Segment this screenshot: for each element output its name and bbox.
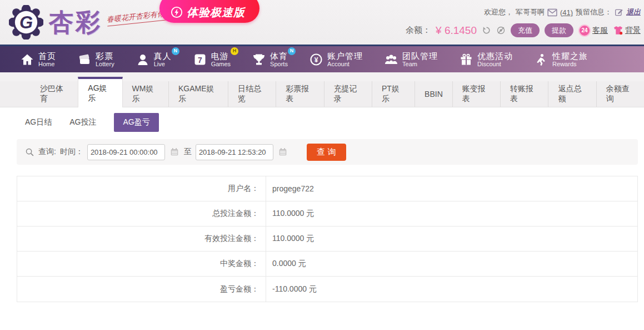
- calendar-icon[interactable]: [170, 147, 179, 156]
- balance-value: ¥ 6.1450: [436, 24, 477, 37]
- to-word: 至: [184, 147, 192, 157]
- tab-kgame[interactable]: KGAME娱乐: [168, 81, 228, 107]
- tab-balance-query[interactable]: 余额查询: [596, 81, 644, 107]
- mail-count[interactable]: (41): [560, 8, 573, 17]
- ticket-icon: [77, 52, 92, 67]
- nav-home-label: 首页: [38, 51, 56, 61]
- tab-daily-summary[interactable]: 日结总览: [228, 81, 276, 107]
- nav-live-label: 真人: [154, 51, 172, 61]
- subtab-ag-bets[interactable]: AG投注: [69, 117, 96, 127]
- tab-shaba-sports[interactable]: 沙巴体育: [31, 81, 78, 107]
- nav-home[interactable]: 首页Home: [20, 46, 56, 72]
- gift-icon: [459, 52, 473, 67]
- row-value: progege722: [266, 176, 637, 201]
- promo-badge[interactable]: 体验极速版: [159, 0, 259, 23]
- nav-team[interactable]: 团队管理Team: [384, 46, 438, 72]
- nav-lottery[interactable]: 彩票Lottery: [77, 46, 114, 72]
- tab-band: 沙巴体育 AG娱乐 WM娱乐 KGAME娱乐 日结总览 彩票报表 充提记录 PT…: [0, 72, 644, 107]
- withdraw-button[interactable]: 提款: [545, 23, 573, 37]
- service-24h-icon: 24: [578, 24, 591, 37]
- nav-sports-sublabel: Sports: [270, 61, 288, 68]
- nav-sports-label: 体育: [270, 51, 288, 61]
- hot-badge: H: [231, 47, 238, 55]
- nav-rewards[interactable]: 性耀之旅Rewards: [534, 46, 588, 72]
- background-label: 背景: [625, 26, 641, 36]
- promo-badge-label: 体验极速版: [187, 5, 245, 20]
- tab-account-change-report[interactable]: 账变报表: [452, 81, 500, 107]
- nav-discount-sublabel: Discount: [477, 61, 513, 68]
- table-row-winnings: 中奖金额： 0.0000 元: [17, 252, 637, 277]
- nav-live[interactable]: 真人Live N: [136, 46, 172, 72]
- query-bar: 查询: 时间： 至 查 询: [17, 139, 638, 165]
- time-label: 时间：: [60, 147, 83, 157]
- mail-icon[interactable]: [547, 8, 557, 17]
- nav-rewards-label: 性耀之旅: [552, 51, 588, 61]
- svg-text:G: G: [19, 13, 33, 32]
- tab-lottery-report[interactable]: 彩票报表: [276, 81, 323, 107]
- nav-live-sublabel: Live: [154, 61, 172, 68]
- nav-lottery-sublabel: Lottery: [96, 61, 114, 68]
- reserved-info-label: 预留信息：: [576, 7, 612, 17]
- recharge-button[interactable]: 充值: [511, 23, 540, 37]
- nav-games[interactable]: 7 电游Games H: [193, 46, 231, 72]
- nav-home-sublabel: Home: [38, 61, 56, 68]
- refresh-balance-icon[interactable]: [482, 26, 491, 35]
- tab-bbin[interactable]: BBIN: [415, 81, 452, 107]
- nav-lottery-label: 彩票: [96, 51, 114, 61]
- nav-rewards-sublabel: Rewards: [552, 61, 588, 68]
- welcome-prefix: 欢迎您，: [484, 7, 513, 17]
- subtab-ag-profit-loss[interactable]: AG盈亏: [114, 113, 158, 132]
- row-value: 110.0000 元: [266, 226, 637, 251]
- lightning-icon: [171, 6, 183, 18]
- row-value: -110.0000 元: [266, 277, 637, 302]
- brand-name: 杏彩: [49, 6, 102, 39]
- table-row-profit-loss: 盈亏金额： -110.0000 元: [17, 277, 637, 302]
- customer-service-link[interactable]: 24 客服: [578, 24, 608, 37]
- tab-pt-entertainment[interactable]: PT娱乐: [372, 81, 415, 107]
- row-label: 盈亏金额：: [17, 277, 266, 302]
- calendar-icon[interactable]: [278, 147, 287, 156]
- query-label: 查询:: [38, 147, 56, 157]
- svg-text:7: 7: [198, 55, 202, 64]
- nav-account[interactable]: ¥ 账户管理Account: [309, 46, 363, 72]
- brand-emblem-icon: G: [9, 5, 43, 40]
- row-value: 0.0000 元: [266, 252, 637, 276]
- edit-icon[interactable]: [615, 8, 623, 17]
- journey-person-icon: [534, 52, 548, 67]
- main-nav: 首页Home 彩票Lottery 真人Live N: [0, 45, 644, 72]
- ag-subtabs: AG日结 AG投注 AG盈亏: [0, 113, 644, 132]
- nav-sports[interactable]: 体育Sports N: [252, 46, 288, 72]
- tab-deposit-withdraw-records[interactable]: 充提记录: [324, 81, 372, 107]
- table-row-username: 用户名： progege722: [17, 176, 637, 201]
- profit-loss-report-table: 用户名： progege722 总投注金额： 110.0000 元 有效投注金额…: [17, 176, 638, 302]
- logo[interactable]: G 杏彩 春暖花开杏彩有你!: [9, 5, 167, 40]
- query-submit-button[interactable]: 查 询: [307, 144, 346, 161]
- trophy-icon: [252, 52, 266, 67]
- tab-rebate-total[interactable]: 返点总额: [548, 81, 596, 107]
- table-row-total-bet: 总投注金额： 110.0000 元: [17, 201, 637, 226]
- subtab-ag-daily[interactable]: AG日结: [25, 117, 52, 127]
- live-person-icon: [136, 52, 150, 67]
- row-value: 110.0000 元: [266, 201, 637, 226]
- tab-ag-entertainment[interactable]: AG娱乐: [78, 77, 122, 107]
- table-row-valid-bet: 有效投注金额： 110.0000 元: [17, 226, 637, 252]
- shirt-icon: [613, 25, 623, 36]
- tab-transfer-report[interactable]: 转账报表: [500, 81, 548, 107]
- nav-discount[interactable]: 优惠活动Discount: [459, 46, 513, 72]
- svg-text:¥: ¥: [314, 56, 318, 63]
- game-seven-icon: 7: [193, 52, 207, 67]
- row-label: 中奖金额：: [17, 252, 266, 276]
- background-link[interactable]: 背景: [613, 25, 641, 36]
- time-to-input[interactable]: [196, 144, 273, 160]
- nav-account-label: 账户管理: [327, 51, 363, 61]
- row-label: 总投注金额：: [17, 201, 266, 226]
- username: 军哥哥啊: [516, 7, 545, 17]
- team-people-icon: [384, 52, 398, 67]
- logout-link[interactable]: 退出: [626, 7, 641, 17]
- time-from-input[interactable]: [87, 144, 165, 160]
- tab-wm-entertainment[interactable]: WM娱乐: [123, 81, 168, 107]
- nav-games-label: 电游: [211, 51, 231, 61]
- new-badge: N: [172, 47, 179, 55]
- home-icon: [20, 52, 34, 67]
- hide-balance-icon[interactable]: [496, 26, 506, 35]
